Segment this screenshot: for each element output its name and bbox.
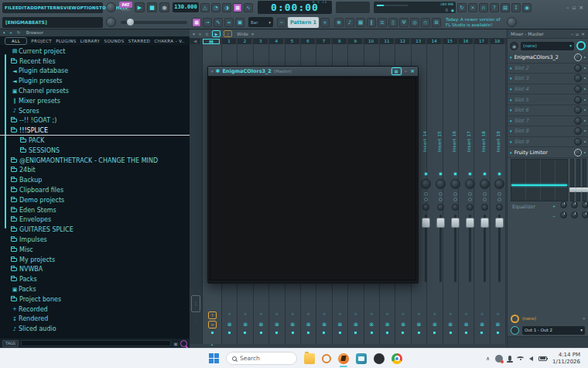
slot-menu-icon[interactable]: ▾ bbox=[510, 87, 512, 91]
browser-header-icons[interactable]: ▾ + ↻ bbox=[3, 30, 22, 35]
eq-band-fader-3[interactable] bbox=[583, 159, 586, 201]
cut-icon[interactable]: × bbox=[468, 3, 477, 12]
snap-selector[interactable]: Bar ▾ bbox=[248, 17, 273, 27]
browser-item[interactable]: GUITARES SPLICE bbox=[0, 225, 190, 235]
fader-handle[interactable] bbox=[422, 218, 430, 228]
browser-item[interactable]: NVWBA bbox=[0, 265, 190, 275]
track-cap-icon[interactable]: ∩ bbox=[285, 311, 300, 316]
start-button[interactable] bbox=[209, 353, 219, 363]
browser-item[interactable]: Eden Stems bbox=[0, 205, 190, 215]
ruler-track-12[interactable]: 12 bbox=[395, 39, 410, 44]
eq-knob-4[interactable] bbox=[560, 212, 567, 218]
effect-slot-5[interactable]: ▾Slot 5 bbox=[508, 95, 588, 105]
browser-item[interactable]: 24bit bbox=[0, 166, 190, 176]
ruler-track-10[interactable]: 10 bbox=[364, 39, 379, 44]
notification-app-icon[interactable] bbox=[495, 355, 503, 363]
track-cap-icon[interactable]: ∩ bbox=[238, 311, 252, 316]
insert-knob[interactable] bbox=[450, 179, 460, 189]
slot-enable-dot[interactable] bbox=[584, 88, 586, 90]
slot-menu-icon[interactable]: ▾ bbox=[510, 150, 512, 155]
track-dot-icon[interactable] bbox=[386, 332, 388, 334]
slot-menu-icon[interactable]: ▾ bbox=[510, 119, 512, 123]
mixer-mode-chevron[interactable]: ▾ bbox=[251, 31, 254, 36]
track-dot-icon[interactable] bbox=[275, 332, 278, 334]
tray-mic-icon[interactable] bbox=[508, 356, 511, 361]
minimize-button[interactable]: – bbox=[566, 5, 569, 11]
typing-keyboard-icon[interactable]: ▦ bbox=[233, 3, 242, 12]
file-explorer-icon[interactable] bbox=[304, 353, 315, 364]
ruler-track-9[interactable]: 9 bbox=[348, 39, 363, 44]
menu-options[interactable]: OPTIONS bbox=[77, 5, 99, 10]
slot-enable-dot[interactable] bbox=[584, 109, 586, 111]
master-pitch-knob[interactable] bbox=[106, 17, 116, 27]
fl-studio-taskbar-icon[interactable] bbox=[338, 353, 349, 364]
slot-mix-knob[interactable] bbox=[574, 117, 582, 125]
stop-button[interactable]: ■ bbox=[147, 2, 157, 12]
insert-strip[interactable]: Insert 14 bbox=[419, 44, 433, 344]
store-app-icon[interactable] bbox=[356, 353, 367, 364]
monitor-icon[interactable]: ∿ bbox=[244, 3, 253, 12]
mixer-button[interactable]: ‖ bbox=[367, 18, 376, 27]
tags-input[interactable] bbox=[21, 340, 171, 346]
taskbar-search[interactable]: Search bbox=[226, 352, 297, 365]
eq-band-fader-1[interactable] bbox=[570, 159, 574, 201]
shuffle-slider[interactable] bbox=[121, 21, 187, 24]
browser-item[interactable]: Project bones bbox=[0, 294, 190, 304]
plugin-window-titlebar[interactable]: ▾ ✱ EnigmaCOlors3_2 (Master) ▦ – × bbox=[208, 67, 418, 77]
track-mute-icon[interactable]: ⊗ bbox=[301, 322, 316, 328]
wifi-icon[interactable] bbox=[517, 356, 524, 360]
browser-item[interactable]: Packs bbox=[0, 274, 190, 284]
dock-handle[interactable]: ⋮ bbox=[191, 295, 200, 312]
play-button[interactable]: ▶ bbox=[135, 2, 145, 12]
ruler-track-3[interactable]: 3 bbox=[254, 39, 268, 44]
chat-icon[interactable]: ◉ bbox=[522, 3, 532, 12]
track-mute-icon[interactable]: ⊗ bbox=[285, 322, 300, 328]
slot-mix-knob[interactable] bbox=[574, 106, 582, 114]
plugin-selector-dropdown[interactable]: (none) ▾ bbox=[521, 42, 574, 50]
pan-knob[interactable] bbox=[437, 204, 444, 211]
master-panel-titlebar[interactable]: Mixer - Master – ▫ × bbox=[508, 29, 588, 39]
plugin-picker-button[interactable]: Ψ bbox=[399, 18, 409, 27]
link-icon[interactable]: ∞ bbox=[224, 18, 234, 27]
browser-item[interactable]: ▣Packs bbox=[0, 284, 190, 294]
midi-keyboard-icon[interactable]: ▦ bbox=[192, 18, 201, 27]
slot-mix-knob[interactable] bbox=[574, 74, 582, 82]
browser-item[interactable]: PACK bbox=[0, 136, 190, 146]
track-cap-icon[interactable]: ∩ bbox=[348, 311, 363, 316]
slot-mix-knob[interactable] bbox=[574, 127, 582, 135]
pattern-plus-button[interactable]: + bbox=[320, 18, 330, 27]
insert-strip[interactable]: Insert 18 bbox=[477, 44, 492, 344]
ruler-track-1[interactable]: 1 bbox=[222, 39, 237, 44]
tray-chevron-icon[interactable]: ∧ bbox=[486, 356, 490, 362]
eq-knob-2[interactable] bbox=[571, 201, 578, 208]
track-mute-icon[interactable]: ⊗ bbox=[364, 322, 379, 328]
fader-handle[interactable] bbox=[480, 218, 489, 228]
mixer-sort-icon[interactable]: ± bbox=[205, 31, 209, 36]
remote-icon[interactable]: ▣ bbox=[235, 18, 244, 27]
browser-item[interactable]: ▣Channel presets bbox=[0, 86, 190, 96]
browser-tab-plugins[interactable]: PLUGINS bbox=[56, 39, 76, 43]
shop-button[interactable]: ⊞ bbox=[432, 18, 441, 27]
effect-slot-8[interactable]: ▾Slot 8 bbox=[508, 126, 588, 137]
ruler-scroll-left[interactable]: ◀ bbox=[190, 39, 201, 44]
track-dot-icon[interactable] bbox=[339, 332, 341, 334]
ruler-track-6[interactable]: 6 bbox=[301, 39, 316, 44]
browser-item[interactable]: @ENIGMAONTHETRACK - CHANGE THE MIND bbox=[0, 156, 190, 166]
folder-icon[interactable]: ▣ bbox=[173, 341, 178, 346]
effect-slot-1[interactable]: ▾EnigmaCOlors3_2 bbox=[508, 53, 588, 64]
save-icon[interactable]: ▤ bbox=[501, 3, 510, 12]
update-hint[interactable]: Today: A newer version of FL Studio is a… bbox=[446, 17, 501, 28]
master-mute-dot[interactable] bbox=[211, 332, 214, 334]
pan-knob[interactable] bbox=[481, 204, 488, 211]
browser-item[interactable]: Backup bbox=[0, 175, 190, 185]
slot-mix-knob[interactable] bbox=[574, 96, 582, 104]
ruler-master-cell[interactable]: M bbox=[203, 39, 220, 44]
touch-button[interactable]: ◎ bbox=[410, 18, 419, 27]
insert-knob[interactable] bbox=[465, 179, 475, 189]
output-knob[interactable] bbox=[511, 326, 519, 335]
insert-strip[interactable]: Insert 19 bbox=[492, 44, 507, 344]
record-button[interactable]: ● bbox=[159, 2, 169, 12]
ruler-track-2[interactable]: 2 bbox=[238, 39, 252, 44]
metronome-icon[interactable]: △ bbox=[200, 3, 210, 12]
pan-knob[interactable] bbox=[422, 204, 429, 211]
